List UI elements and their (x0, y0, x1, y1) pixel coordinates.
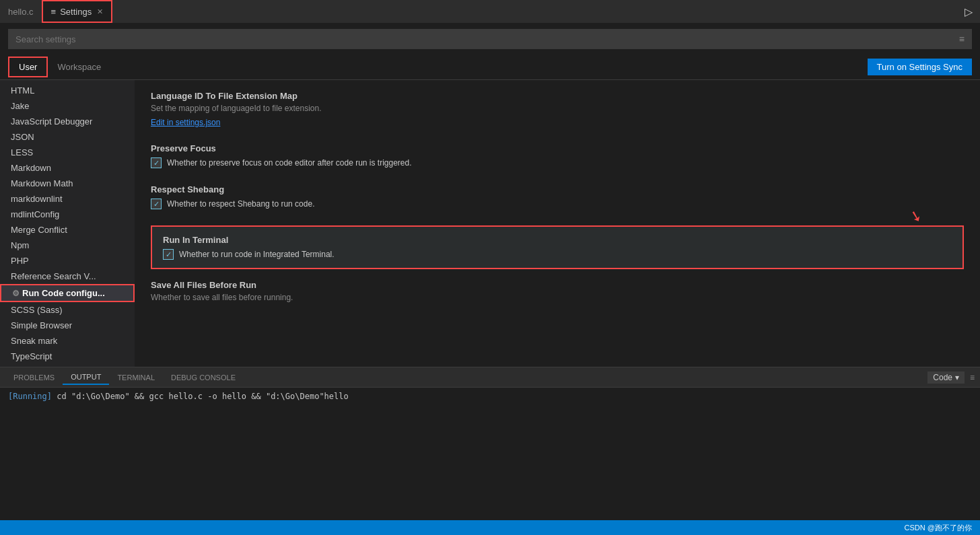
sidebar-list: HTML Jake JavaScript Debugger JSON LESS … (0, 80, 135, 367)
settings-panel: ≡ User Workspace Turn on Settings Sync H… (0, 24, 980, 367)
setting-save-all-files: Save All Files Before Run Whether to sav… (151, 280, 964, 302)
sidebar-item-html[interactable]: HTML (0, 83, 135, 98)
preserve-focus-label: Whether to preserve focus on code editor… (167, 158, 412, 168)
chevron-down-icon: ▾ (955, 373, 959, 382)
sidebar-item-less[interactable]: LESS (0, 145, 135, 160)
arrow-indicator: ➘ (908, 207, 924, 227)
settings-tabs-row: User Workspace Turn on Settings Sync (0, 55, 980, 80)
respect-shebang-check-mark: ✓ (153, 200, 160, 209)
bottom-tabs-row: PROBLEMS OUTPUT TERMINAL DEBUG CONSOLE C… (0, 367, 980, 388)
sidebar-item-mdlintconfig[interactable]: mdlintConfig (0, 207, 135, 222)
tab-problems[interactable]: PROBLEMS (5, 371, 63, 384)
sidebar-item-typescript[interactable]: TypeScript (0, 349, 135, 364)
terminal-prefix: [Running] (8, 392, 52, 401)
search-input[interactable] (15, 34, 959, 44)
tab-label: hello.c (8, 7, 34, 17)
code-dropdown[interactable]: Code ▾ (928, 371, 965, 384)
sidebar-item-scss-sass[interactable]: SCSS (Sass) (0, 302, 135, 318)
language-id-map-desc: Set the mapping of languageId to file ex… (151, 104, 964, 113)
run-in-terminal-label: Whether to run code in Integrated Termin… (179, 250, 335, 259)
tab-output[interactable]: OUTPUT (63, 370, 109, 385)
terminal-content: [Running] cd "d:\Go\Demo" && gcc hello.c… (0, 388, 980, 455)
run-in-terminal-checkbox[interactable]: ✓ (163, 249, 174, 260)
respect-shebang-title: Respect Shebang (151, 184, 964, 194)
run-in-terminal-title: Run In Terminal (163, 235, 952, 245)
sidebar-item-simple-browser[interactable]: Simple Browser (0, 318, 135, 333)
respect-shebang-checkbox[interactable]: ✓ (151, 199, 162, 209)
language-id-map-title: Language ID To File Extension Map (151, 91, 964, 101)
terminal-line: cd "d:\Go\Demo" && gcc hello.c -o hello … (57, 392, 348, 401)
tab-settings[interactable]: ≡ Settings ✕ (42, 0, 113, 23)
run-in-terminal-checkbox-row: ✓ Whether to run code in Integrated Term… (163, 249, 952, 260)
status-bar-right-text: CSDN @跑不了的你 (905, 523, 972, 533)
sync-button[interactable]: Turn on Settings Sync (868, 59, 972, 75)
sidebar-item-markdownlint[interactable]: markdownlint (0, 191, 135, 207)
filter-icon: ≡ (959, 34, 965, 44)
sidebar-item-markdown[interactable]: Markdown (0, 160, 135, 176)
sidebar-item-npm[interactable]: Npm (0, 238, 135, 253)
content-area: HTML Jake JavaScript Debugger JSON LESS … (0, 80, 980, 367)
preserve-focus-checkbox-row: ✓ Whether to preserve focus on code edit… (151, 157, 964, 168)
code-dropdown-label: Code (933, 373, 952, 382)
status-bar: CSDN @跑不了的你 (0, 520, 980, 535)
preserve-focus-checkbox[interactable]: ✓ (151, 157, 162, 168)
respect-shebang-label: Whether to respect Shebang to run code. (167, 199, 314, 209)
setting-language-id-map: Language ID To File Extension Map Set th… (151, 91, 964, 127)
sidebar-item-sneak-mark[interactable]: Sneak mark (0, 333, 135, 349)
tab-hello-c[interactable]: hello.c (0, 0, 42, 23)
edit-settings-json-link[interactable]: Edit in settings.json (151, 118, 220, 127)
setting-preserve-focus: Preserve Focus ✓ Whether to preserve foc… (151, 143, 964, 168)
settings-tab-icon: ≡ (51, 7, 57, 17)
gear-icon: ⚙ (12, 289, 20, 298)
sidebar-item-php[interactable]: PHP (0, 253, 135, 269)
setting-run-in-terminal: ➘ Run In Terminal ✓ Whether to run code … (151, 225, 964, 269)
sidebar-item-reference-search[interactable]: Reference Search V... (0, 269, 135, 284)
tab-bar: hello.c ≡ Settings ✕ ▷ (0, 0, 980, 24)
tab-user[interactable]: User (8, 57, 48, 77)
tab-terminal[interactable]: TERMINAL (109, 371, 163, 384)
preserve-focus-title: Preserve Focus (151, 143, 964, 153)
sidebar-item-merge-conflict[interactable]: Merge Conflict (0, 222, 135, 238)
run-in-terminal-check-mark: ✓ (166, 250, 172, 259)
sidebar-item-run-code-config[interactable]: ⚙ Run Code configu... (0, 284, 135, 302)
settings-tab-close[interactable]: ✕ (97, 7, 103, 16)
settings-content: Language ID To File Extension Map Set th… (135, 80, 980, 367)
sidebar-item-json[interactable]: JSON (0, 129, 135, 145)
sidebar-item-js-debugger[interactable]: JavaScript Debugger (0, 114, 135, 129)
settings-tab-label: Settings (60, 7, 92, 17)
respect-shebang-checkbox-row: ✓ Whether to respect Shebang to run code… (151, 199, 964, 209)
bottom-panel: PROBLEMS OUTPUT TERMINAL DEBUG CONSOLE C… (0, 367, 980, 454)
panel-menu-icon[interactable]: ≡ (970, 373, 975, 382)
search-bar: ≡ (8, 29, 972, 49)
run-button[interactable]: ▷ (956, 0, 980, 24)
setting-respect-shebang: Respect Shebang ✓ Whether to respect She… (151, 184, 964, 209)
sidebar-item-jake[interactable]: Jake (0, 98, 135, 114)
tab-workspace[interactable]: Workspace (48, 58, 110, 76)
preserve-focus-check-mark: ✓ (153, 159, 160, 168)
save-all-files-desc: Whether to save all files before running… (151, 293, 964, 302)
tab-debug-console[interactable]: DEBUG CONSOLE (163, 371, 244, 384)
save-all-files-title: Save All Files Before Run (151, 280, 964, 290)
sidebar-item-markdown-math[interactable]: Markdown Math (0, 176, 135, 191)
